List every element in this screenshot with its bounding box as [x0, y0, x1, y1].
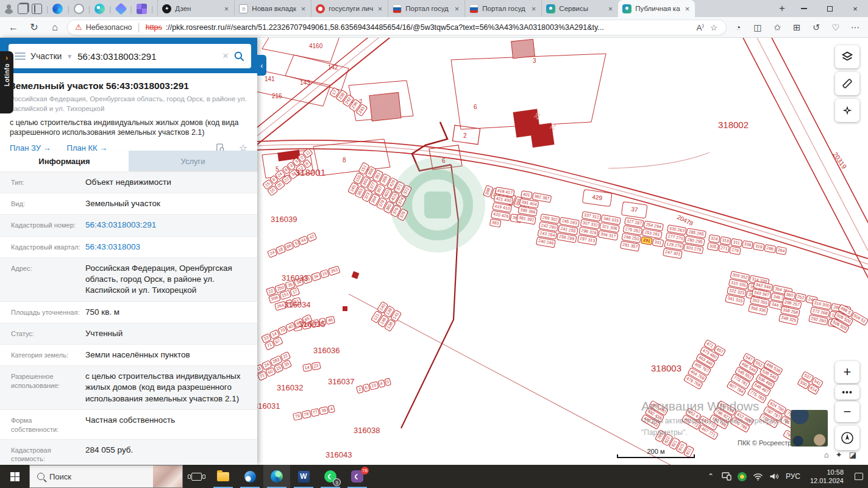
parcel-14[interactable]: 14: [302, 364, 312, 372]
tab-close-icon[interactable]: ×: [607, 4, 614, 13]
favorites-bar-icon[interactable]: ✩: [769, 20, 785, 35]
address-bar[interactable]: ⚠ Небезопасно | https://pkk.rosreestr.ru…: [67, 20, 727, 35]
split-screen-icon[interactable]: ◫: [750, 20, 766, 35]
mail-app-button[interactable]: [237, 465, 263, 488]
antivirus-tray-icon[interactable]: [735, 465, 750, 488]
tab-informaciya[interactable]: Информация: [0, 151, 129, 171]
browser-tab-servisy[interactable]: Сервисы×: [541, 0, 618, 17]
task-view-icon: [191, 473, 202, 481]
parcel-5[interactable]: 5: [384, 378, 392, 386]
zoom-out-button[interactable]: −: [835, 401, 859, 422]
layers-icon: [841, 50, 854, 63]
home-small-icon[interactable]: ⌂: [824, 450, 829, 459]
sidebar-window-icon[interactable]: [32, 4, 42, 14]
parcel-4[interactable]: 4: [328, 405, 335, 414]
refresh-button[interactable]: ↻: [26, 19, 43, 36]
browser-essentials-icon[interactable]: ♡: [828, 20, 844, 35]
task-view-button[interactable]: [183, 465, 210, 488]
browser-tab-publichnaya-karta[interactable]: Публичная ка×: [618, 0, 695, 17]
home-button[interactable]: ⌂: [46, 19, 63, 36]
collapse-panel-button[interactable]: ‹: [257, 55, 266, 76]
cadastral-map[interactable]: 1562494321110202234128145155151363366368…: [257, 38, 868, 465]
read-aloud-icon[interactable]: A⁾: [695, 23, 705, 32]
whatsapp-button[interactable]: 3: [317, 465, 344, 488]
zoom-more-button[interactable]: •••: [835, 385, 859, 400]
favorite-star-icon[interactable]: ☆: [709, 23, 719, 32]
maximize-button[interactable]: [817, 0, 842, 17]
viber-button[interactable]: 76: [344, 465, 371, 488]
clock[interactable]: 10:58 12.01.2024: [804, 468, 850, 486]
extension-swirl-icon[interactable]: [94, 4, 105, 14]
info-label: Разрешенное использование:: [0, 371, 85, 404]
fullscreen-small-icon[interactable]: ◪: [849, 450, 856, 459]
tab-close-icon[interactable]: ×: [300, 4, 307, 13]
word-button[interactable]: W: [290, 465, 317, 488]
zoom-in-button[interactable]: +: [835, 361, 859, 383]
browser-tab-dzen[interactable]: Дзен×: [157, 0, 234, 17]
history-icon[interactable]: ↺: [808, 20, 824, 35]
browser-tab-portal-gosuslug-2[interactable]: Портал госуд×: [464, 0, 541, 17]
browser-tab-gosuslugi[interactable]: госуслуги лич×: [311, 0, 388, 17]
tab-stack-icon[interactable]: [18, 4, 28, 14]
tab-close-icon[interactable]: ×: [223, 4, 230, 13]
back-button[interactable]: ←: [5, 19, 22, 36]
info-value: Земли населённых пунктов: [85, 350, 257, 361]
copilot-diamond-icon[interactable]: [115, 2, 127, 15]
parcel-319[interactable]: 319: [753, 242, 765, 251]
collections-icon[interactable]: ⊞: [789, 20, 805, 35]
locate-button[interactable]: [835, 426, 859, 450]
security-label[interactable]: Небезопасно: [86, 23, 132, 32]
tab-close-icon[interactable]: ×: [530, 4, 538, 13]
parcel-291[interactable]: 291: [641, 236, 653, 245]
info-value: 284 055 руб.: [85, 445, 257, 464]
browser-tab-portal-gosuslug-1[interactable]: Портал госуд×: [388, 0, 464, 17]
volume-icon[interactable]: [766, 465, 782, 488]
copilot-icon[interactable]: ◔: [730, 20, 746, 35]
taskbar-search-box[interactable]: Поиск: [29, 465, 183, 488]
clear-search-icon[interactable]: ×: [222, 50, 229, 62]
parcel-286[interactable]: 286: [764, 244, 776, 253]
search-icon[interactable]: [233, 51, 245, 62]
search-input[interactable]: [77, 51, 218, 62]
search-highlight-image[interactable]: [153, 465, 182, 487]
tab-close-icon[interactable]: ×: [377, 4, 384, 13]
minimize-button[interactable]: [791, 0, 817, 17]
basemap-preview-thumbnail[interactable]: [791, 410, 828, 447]
browser-tab-new-tab[interactable]: Новая вкладк×: [234, 0, 311, 17]
center-marker-button[interactable]: [835, 99, 859, 122]
language-indicator[interactable]: РУС: [782, 465, 804, 488]
parcel-264[interactable]: 264: [775, 246, 788, 255]
start-button[interactable]: [0, 465, 29, 488]
tab-close-icon[interactable]: ×: [684, 4, 691, 13]
chevron-down-icon[interactable]: ▼: [66, 53, 73, 60]
lotinfo-extension-tab[interactable]: › Lotinfo: [0, 51, 13, 113]
edge-globe-icon[interactable]: [52, 4, 63, 14]
apps-grid-icon[interactable]: [137, 4, 147, 14]
parcel-23[interactable]: 23: [311, 362, 321, 370]
measure-button[interactable]: [835, 72, 859, 95]
edge-button[interactable]: [263, 465, 290, 488]
notification-center-button[interactable]: [850, 465, 868, 488]
parcel-338[interactable]: 338: [742, 240, 754, 249]
swoosh-app-icon: [244, 471, 256, 483]
tab-close-icon[interactable]: ×: [454, 4, 461, 13]
tray-chevron-icon[interactable]: ⌃: [703, 465, 719, 488]
more-menu-icon[interactable]: ⋯: [847, 20, 863, 35]
parcel-331[interactable]: 331: [652, 239, 664, 248]
info-value[interactable]: 56:43:0318003: [85, 242, 257, 253]
search-category[interactable]: Участки: [30, 51, 62, 61]
new-tab-button[interactable]: +: [773, 1, 791, 16]
map-label: 4160: [309, 43, 322, 49]
menu-icon[interactable]: [15, 52, 26, 60]
wifi-icon[interactable]: [750, 465, 766, 488]
info-value[interactable]: 56:43:0318003:291: [85, 220, 257, 231]
close-button[interactable]: ×: [842, 0, 868, 17]
device-icon[interactable]: [719, 465, 735, 488]
search-bar[interactable]: Участки ▼ ×: [9, 44, 251, 68]
tab-uslugi[interactable]: Услуги: [129, 151, 257, 171]
layers-button[interactable]: [835, 45, 859, 68]
crosshair-small-icon[interactable]: ✦: [836, 450, 842, 459]
file-explorer-button[interactable]: [210, 465, 237, 488]
profile-icon[interactable]: [4, 4, 14, 14]
extension-ring-icon[interactable]: [74, 4, 84, 14]
